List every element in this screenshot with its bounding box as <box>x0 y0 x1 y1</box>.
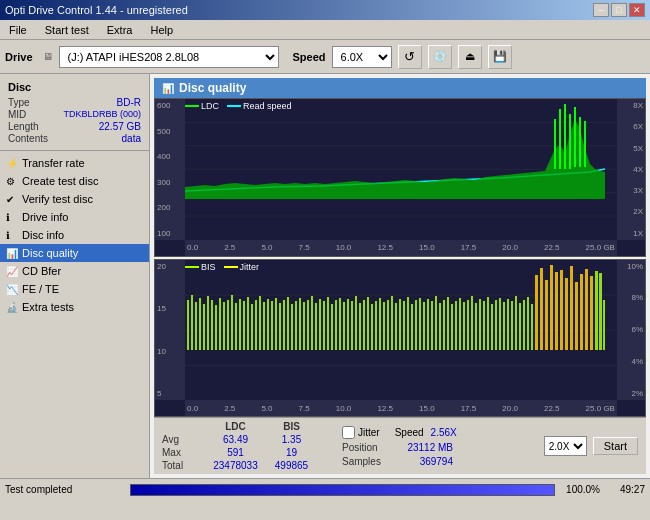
sidebar-item-cd-bler[interactable]: 📈CD Bfer <box>0 262 149 280</box>
svg-rect-98 <box>515 296 517 350</box>
svg-rect-87 <box>471 296 473 350</box>
disc-type-value: BD-R <box>59 97 141 108</box>
svg-rect-46 <box>307 300 309 350</box>
top-chart-y-axis: 600 500 400 300 200 100 <box>155 99 185 240</box>
bottom-chart-x-axis: 0.0 2.5 5.0 7.5 10.0 12.5 15.0 17.5 20.0… <box>185 400 617 416</box>
svg-rect-85 <box>463 302 465 350</box>
svg-rect-97 <box>511 301 513 350</box>
menu-file[interactable]: File <box>5 23 31 37</box>
refresh-button[interactable]: ↺ <box>398 45 422 69</box>
content-area: 📊 Disc quality LDC Read speed 600 <box>150 74 650 478</box>
svg-rect-90 <box>483 301 485 350</box>
svg-rect-57 <box>351 301 353 350</box>
svg-rect-86 <box>467 300 469 350</box>
svg-rect-103 <box>535 275 538 350</box>
start-button[interactable]: Start <box>593 437 638 455</box>
svg-rect-43 <box>295 301 297 350</box>
sidebar-item-fe-te[interactable]: 📉FE / TE <box>0 280 149 298</box>
svg-rect-71 <box>407 297 409 350</box>
main-area: Disc Type BD-R MID TDKBLDRBB (000) Lengt… <box>0 74 650 478</box>
sidebar-icon-create-test-disc: ⚙ <box>6 176 15 187</box>
top-chart-y-axis-right: 8X 6X 5X 4X 3X 2X 1X <box>617 99 645 240</box>
svg-rect-70 <box>403 301 405 350</box>
svg-rect-25 <box>223 302 225 350</box>
svg-rect-106 <box>550 265 553 350</box>
minimize-button[interactable]: – <box>593 3 609 17</box>
sidebar-icon-extra-tests: 🔬 <box>6 302 18 313</box>
svg-rect-52 <box>331 304 333 350</box>
disc-section-title: Disc <box>0 79 149 95</box>
sidebar-item-create-test-disc[interactable]: ⚙Create test disc <box>0 172 149 190</box>
avg-label: Avg <box>162 434 202 445</box>
titlebar: Opti Drive Control 1.44 - unregistered –… <box>0 0 650 20</box>
stats-right: 2.0X Start <box>544 436 638 456</box>
sidebar-label-cd-bler: CD Bfer <box>22 265 61 277</box>
speed-label-stats: Speed <box>395 427 424 438</box>
close-button[interactable]: ✕ <box>629 3 645 17</box>
svg-rect-113 <box>585 269 588 350</box>
eject-button[interactable]: ⏏ <box>458 45 482 69</box>
bis-label: BIS <box>201 262 216 272</box>
bis-col-header: BIS <box>269 421 314 432</box>
sidebar: Disc Type BD-R MID TDKBLDRBB (000) Lengt… <box>0 74 150 478</box>
menu-start-test[interactable]: Start test <box>41 23 93 37</box>
disc-button[interactable]: 💿 <box>428 45 452 69</box>
svg-rect-53 <box>335 300 337 350</box>
svg-rect-19 <box>199 298 201 350</box>
svg-rect-96 <box>507 299 509 350</box>
speed-value-stats: 2.56X <box>431 427 457 438</box>
readspeed-label: Read speed <box>243 101 292 111</box>
drive-select[interactable]: (J:) ATAPI iHES208 2.8L08 <box>59 46 279 68</box>
svg-rect-112 <box>580 274 583 350</box>
jitter-checkbox[interactable] <box>342 426 355 439</box>
stats-bar: LDC BIS Avg 63.49 1.35 Max 591 19 Total … <box>154 417 646 474</box>
svg-rect-40 <box>283 300 285 350</box>
svg-rect-117 <box>603 300 605 350</box>
svg-rect-102 <box>531 304 533 350</box>
ldc-legend: LDC <box>185 101 219 111</box>
svg-rect-91 <box>487 297 489 350</box>
svg-rect-62 <box>371 304 373 350</box>
svg-rect-28 <box>235 303 237 350</box>
menubar: File Start test Extra Help <box>0 20 650 40</box>
progress-percent: 100.0% <box>560 484 600 495</box>
charts-container: LDC Read speed 600 500 400 300 200 100 <box>154 98 646 417</box>
sidebar-divider <box>0 150 149 151</box>
position-row: Position 23112 MB <box>342 442 457 453</box>
progress-bar-container <box>130 484 555 496</box>
svg-rect-80 <box>443 300 445 350</box>
sidebar-item-transfer-rate[interactable]: ⚡Transfer rate <box>0 154 149 172</box>
svg-rect-68 <box>395 303 397 350</box>
bottom-chart-y-axis: 20 15 10 5 <box>155 260 185 401</box>
save-button[interactable]: 💾 <box>488 45 512 69</box>
svg-rect-47 <box>311 296 313 350</box>
jitter-checkbox-row: Jitter Speed 2.56X <box>342 426 457 439</box>
svg-rect-99 <box>519 303 521 350</box>
max-row: Max 591 19 <box>162 447 314 458</box>
svg-rect-39 <box>279 303 281 350</box>
svg-rect-24 <box>219 298 221 350</box>
sidebar-label-verify-test-disc: Verify test disc <box>22 193 93 205</box>
stats-center: Jitter Speed 2.56X Position 23112 MB Sam… <box>342 426 457 467</box>
sidebar-item-disc-quality[interactable]: 📊Disc quality <box>0 244 149 262</box>
quality-speed-select[interactable]: 2.0X <box>544 436 587 456</box>
sidebar-icon-disc-quality: 📊 <box>6 248 18 259</box>
menu-help[interactable]: Help <box>146 23 177 37</box>
top-chart: LDC Read speed 600 500 400 300 200 100 <box>154 98 646 257</box>
bottom-chart-legend: BIS Jitter <box>185 262 259 272</box>
sidebar-item-verify-test-disc[interactable]: ✔Verify test disc <box>0 190 149 208</box>
svg-rect-32 <box>251 304 253 350</box>
maximize-button[interactable]: □ <box>611 3 627 17</box>
svg-rect-50 <box>323 301 325 350</box>
svg-rect-89 <box>479 299 481 350</box>
time-display: 49:27 <box>605 484 645 495</box>
top-chart-area <box>185 99 617 240</box>
svg-rect-79 <box>439 303 441 350</box>
menu-extra[interactable]: Extra <box>103 23 137 37</box>
speed-select[interactable]: 1.0X2.0X4.0X6.0X8.0XMAX <box>332 46 392 68</box>
svg-rect-63 <box>375 301 377 350</box>
sidebar-item-extra-tests[interactable]: 🔬Extra tests <box>0 298 149 316</box>
sidebar-item-disc-info[interactable]: ℹDisc info <box>0 226 149 244</box>
sidebar-item-drive-info[interactable]: ℹDrive info <box>0 208 149 226</box>
svg-rect-42 <box>291 304 293 350</box>
